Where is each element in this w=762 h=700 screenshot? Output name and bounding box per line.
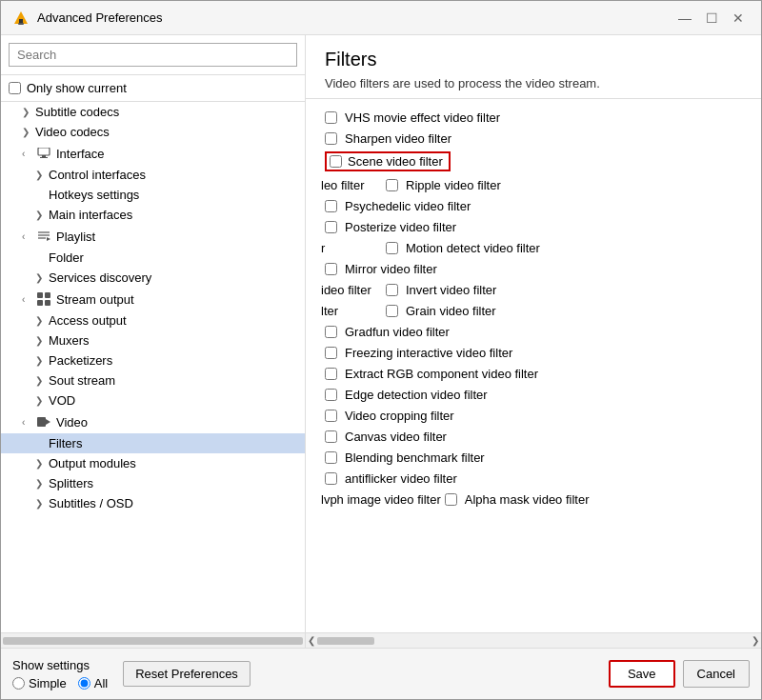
tree-item-hotkeys-settings[interactable]: Hotkeys settings (1, 185, 305, 205)
tree-item-services-discovery[interactable]: ❯ Services discovery (1, 268, 305, 288)
tree-label: Playlist (56, 230, 297, 244)
radio-simple[interactable] (12, 677, 25, 690)
show-settings-label: Show settings (12, 658, 108, 672)
tree-item-subtitles-osd[interactable]: ❯ Subtitles / OSD (1, 493, 305, 513)
svg-rect-4 (42, 155, 46, 157)
tree-item-vod[interactable]: ❯ VOD (1, 390, 305, 410)
filter-row-video-cropping: Video cropping filter (306, 405, 761, 426)
tree-item-output-modules[interactable]: ❯ Output modules (1, 453, 305, 473)
arrow-icon: ❯ (35, 395, 49, 406)
filter-checkbox-freezing[interactable] (325, 347, 337, 359)
tree-scrollbar-thumb[interactable] (3, 637, 303, 645)
tree-label: Subtitles / OSD (49, 496, 297, 510)
search-input[interactable] (9, 43, 297, 67)
title-controls: — ☐ ✕ (673, 7, 750, 30)
scene-highlight-box: Scene video filter (325, 151, 451, 171)
right-hscroll-bar: ❮ ❯ (306, 632, 761, 648)
save-button[interactable]: Save (609, 660, 675, 688)
tree-item-muxers[interactable]: ❯ Muxers (1, 330, 305, 350)
arrow-icon: ❯ (35, 272, 49, 283)
radio-all[interactable] (78, 677, 90, 690)
partial-label-grain: lter (306, 304, 382, 318)
filter-label-posterize: Posterize video filter (345, 220, 456, 234)
right-panel: Filters Video filters are used to proces… (306, 35, 761, 648)
arrow-icon: ❯ (35, 335, 49, 346)
filter-row-motion-wrap: r Motion detect video filter (306, 237, 761, 258)
bottom-right: Save Cancel (609, 660, 750, 688)
tree-item-folder[interactable]: Folder (1, 248, 305, 268)
radio-all-label: All (78, 676, 108, 690)
close-button[interactable]: ✕ (727, 7, 750, 30)
filter-row-canvas: Canvas video filter (306, 426, 761, 447)
tree-label: Packetizers (49, 353, 297, 368)
tree-label: Services discovery (49, 270, 297, 285)
tree-item-subtitle-codecs[interactable]: ❯ Subtitle codecs (1, 102, 305, 122)
tree-item-access-output[interactable]: ❯ Access output (1, 310, 305, 330)
tree-item-stream-output[interactable]: ‹ Stream output (1, 288, 305, 310)
filter-row-vhs: VHS movie effect video filter (306, 107, 761, 128)
scroll-right-arrow[interactable]: ❯ (752, 635, 759, 646)
filter-checkbox-edge-detection[interactable] (325, 389, 337, 401)
hscroll-thumb[interactable] (317, 637, 374, 645)
tree-label: Hotkeys settings (49, 188, 297, 202)
filter-label-antiflicker: antiflicker video filter (345, 471, 457, 486)
filter-checkbox-vhs[interactable] (325, 111, 337, 124)
tree-label: Subtitle codecs (35, 105, 297, 119)
tree-item-filters[interactable]: Filters (1, 433, 305, 453)
filter-row-alpha-mask-wrap: lvph image video filter Alpha mask video… (306, 489, 761, 510)
filter-checkbox-ripple[interactable] (386, 179, 398, 191)
filter-label-ripple: Ripple video filter (406, 178, 501, 192)
tree-item-main-interfaces[interactable]: ❯ Main interfaces (1, 205, 305, 225)
filter-checkbox-sharpen[interactable] (325, 132, 337, 145)
filter-checkbox-gradfun[interactable] (325, 326, 337, 338)
reset-preferences-button[interactable]: Reset Preferences (123, 661, 251, 687)
tree-item-interface[interactable]: ‹ Interface (1, 142, 305, 165)
filter-row-ripple-wrap: leo filter Ripple video filter (306, 174, 761, 195)
arrow-icon: ❯ (35, 315, 49, 326)
radio-simple-label: Simple (12, 676, 67, 690)
tree-label: Output modules (49, 456, 297, 470)
monitor-icon (35, 145, 52, 162)
minimize-button[interactable]: — (673, 7, 696, 30)
tree-label: Access output (49, 313, 297, 328)
filter-row-psychedelic: Psychedelic video filter (306, 195, 761, 216)
filter-checkbox-grain[interactable] (386, 305, 398, 317)
filter-label-vhs: VHS movie effect video filter (345, 110, 500, 125)
filter-checkbox-mirror[interactable] (325, 263, 337, 275)
scroll-left-arrow[interactable]: ❮ (308, 635, 315, 646)
filter-checkbox-alpha-mask[interactable] (445, 493, 457, 506)
filter-checkbox-extract-rgb[interactable] (325, 368, 337, 380)
svg-rect-5 (40, 157, 48, 158)
tree-item-playlist[interactable]: ‹ Playlist (1, 225, 305, 248)
filter-checkbox-scene[interactable] (330, 155, 342, 168)
filter-checkbox-video-cropping[interactable] (325, 410, 337, 422)
filter-checkbox-antiflicker[interactable] (325, 472, 337, 485)
svg-rect-13 (45, 300, 50, 306)
tree-item-packetizers[interactable]: ❯ Packetizers (1, 350, 305, 370)
tree-item-sout-stream[interactable]: ❯ Sout stream (1, 370, 305, 390)
filter-row-invert-wrap: ideo filter Invert video filter (306, 279, 761, 300)
filter-checkbox-canvas[interactable] (325, 430, 337, 443)
radio-group: Simple All (12, 676, 108, 690)
bottom-bar: Show settings Simple All Reset Preferenc… (1, 648, 761, 699)
tree-label: Main interfaces (49, 208, 297, 222)
tree-item-video[interactable]: ‹ Video (1, 410, 305, 433)
cancel-button[interactable]: Cancel (683, 660, 750, 688)
arrow-icon: ❯ (35, 458, 49, 469)
show-current-label: Only show current (27, 81, 127, 95)
filter-checkbox-invert[interactable] (386, 284, 398, 296)
tree-label: Interface (56, 147, 297, 161)
tree-item-video-codecs[interactable]: ❯ Video codecs (1, 122, 305, 142)
title-bar: Advanced Preferences — ☐ ✕ (1, 1, 761, 35)
filter-checkbox-blending[interactable] (325, 451, 337, 464)
tree-item-control-interfaces[interactable]: ❯ Control interfaces (1, 165, 305, 185)
filter-label-motion-detect: Motion detect video filter (406, 241, 540, 255)
filter-checkbox-posterize[interactable] (325, 221, 337, 233)
filter-label-video-cropping: Video cropping filter (345, 409, 454, 423)
filter-checkbox-motion-detect[interactable] (386, 242, 398, 254)
tree-item-splitters[interactable]: ❯ Splitters (1, 473, 305, 493)
filter-checkbox-psychedelic[interactable] (325, 200, 337, 212)
show-current-checkbox[interactable] (9, 82, 21, 94)
maximize-button[interactable]: ☐ (700, 7, 723, 30)
arrow-icon: ❯ (35, 498, 49, 509)
